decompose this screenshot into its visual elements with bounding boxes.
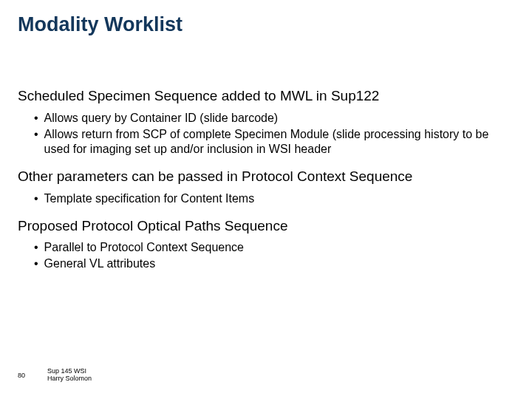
bullet-list: •Parallel to Protocol Context Sequence •… (34, 240, 514, 271)
list-item: •Allows query by Container ID (slide bar… (34, 111, 514, 126)
bullet-icon: • (34, 256, 38, 271)
bullet-icon: • (34, 240, 38, 255)
bullet-icon: • (34, 191, 38, 206)
list-item-text: Allows query by Container ID (slide barc… (44, 111, 514, 126)
list-item-text: General VL attributes (44, 256, 514, 271)
bullet-list: •Template specification for Content Item… (34, 191, 514, 206)
footer-line: Harry Solomon (47, 375, 92, 383)
list-item: •Allows return from SCP of complete Spec… (34, 127, 514, 157)
list-item-text: Allows return from SCP of complete Speci… (44, 127, 514, 157)
bullet-list: •Allows query by Container ID (slide bar… (34, 111, 514, 157)
slide: Modality Worklist Scheduled Specimen Seq… (0, 0, 532, 399)
section-heading: Other parameters can be passed in Protoc… (18, 168, 514, 185)
list-item-text: Parallel to Protocol Context Sequence (44, 240, 514, 255)
bullet-icon: • (34, 111, 38, 126)
section-heading: Proposed Protocol Optical Paths Sequence (18, 218, 514, 235)
list-item: •Template specification for Content Item… (34, 191, 514, 206)
list-item: •Parallel to Protocol Context Sequence (34, 240, 514, 255)
bullet-icon: • (34, 127, 38, 157)
page-number: 80 (18, 372, 25, 379)
list-item-text: Template specification for Content Items (44, 191, 514, 206)
footer: 80 Sup 145 WSI Harry Solomon (18, 368, 92, 383)
slide-title: Modality Worklist (18, 13, 514, 36)
section-heading: Scheduled Specimen Sequence added to MWL… (18, 88, 514, 105)
list-item: •General VL attributes (34, 256, 514, 271)
footer-text: Sup 145 WSI Harry Solomon (47, 368, 92, 383)
